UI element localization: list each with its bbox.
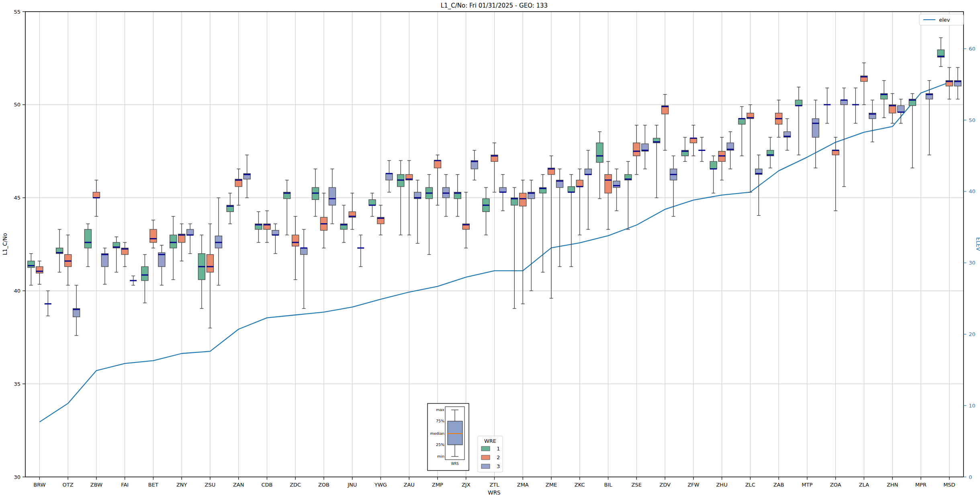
iqr-box [898,106,904,112]
inset-box [448,421,462,445]
iqr-box [499,187,506,192]
box-ZHU-wre2 [718,137,725,180]
x-tick-label: ZJX [462,482,471,488]
box-MPR-wre3 [926,81,933,155]
box-CDB-wre3 [272,224,279,254]
x-tick-label: ZOB [318,482,329,488]
box-ZOB-wre3 [329,169,336,224]
iqr-box [434,161,441,168]
iqr-box [576,180,583,187]
x-tick-label: ZMP [432,482,443,488]
box-ZME-wre3 [556,169,563,267]
elev-legend-label: elev [939,17,950,23]
box-ZDC-wre2 [292,216,299,280]
x-tick-label: ZBW [90,482,102,488]
inset-label-min: min [437,454,444,458]
box-ZHN-wre1 [881,81,888,118]
iqr-box [690,138,697,143]
box-ZMA-wre3 [528,180,535,291]
box-ZDV-wre2 [662,94,669,150]
box-ZOA-wre2 [832,137,839,211]
x-tick-label: ZLA [859,482,869,488]
box-ZME-wre1 [540,175,546,272]
left-tick-label: 35 [14,381,20,387]
box-MTP-wre1 [795,87,802,155]
iqr-box [272,230,279,235]
box-OTZ-wre1 [56,229,63,272]
box-ZOA-wre1 [824,88,831,123]
box-MTP-wre3 [812,100,819,168]
box-ZSE-wre1 [625,161,632,229]
inset-label-75: 75% [436,419,444,423]
iqr-box [187,229,194,235]
box-ZSU-wre1 [198,235,205,308]
box-ZLC-wre3 [755,155,762,216]
left-tick-label: 55 [14,9,20,15]
wre-legend-label-2: 2 [497,454,500,460]
box-ZFW-wre1 [681,137,688,161]
iqr-box [585,169,591,175]
box-JNU-wre1 [340,205,347,242]
box-BIL-wre3 [613,169,620,211]
box-ZMP-wre1 [426,175,432,255]
box-BRW-wre3 [45,291,51,316]
iqr-box [710,161,717,169]
box-ZOB-wre1 [312,169,319,216]
x-tick-label: ZAN [233,482,244,488]
box-ZKC-wre2 [576,169,583,235]
right-axis-label: ELEV [975,237,980,251]
iqr-box [605,175,612,193]
box-ZDC-wre1 [284,180,291,235]
box-ZAB-wre2 [775,100,782,137]
box-FAI-wre2 [121,242,128,267]
box-ZMP-wre3 [442,175,449,216]
x-tick-label: ZFW [687,482,699,488]
wre-legend-swatch-2 [481,455,490,460]
wre-legend-title: WRE [484,438,496,444]
iqr-box [369,200,376,205]
box-ZSE-wre3 [642,125,649,169]
iqr-box [520,193,526,206]
x-tick-label: ZOA [830,482,841,488]
x-tick-label: ZDV [659,482,671,488]
box-ZNY-wre1 [170,216,177,280]
elev-legend: elev [919,14,964,25]
box-ZLA-wre1 [852,88,859,123]
box-ZME-wre2 [548,156,555,298]
box-MSD-wre2 [946,67,953,99]
x-tick-label: MTP [802,482,812,488]
box-ZLC-wre2 [747,105,754,192]
x-tick-label: ZNY [176,482,187,488]
box-ZTL-wre3 [499,175,506,211]
x-tick-label: OTZ [63,482,74,488]
box-ZTL-wre1 [483,187,489,235]
x-tick-label: BRW [33,482,45,488]
right-tick-label: 30 [969,260,976,266]
iqr-box [841,100,847,105]
box-BRW-wre2 [36,261,43,284]
iqr-box [739,119,745,124]
box-ZAB-wre1 [767,137,774,168]
iqr-box [613,181,620,187]
box-ZBW-wre3 [101,248,108,284]
left-tick-label: 30 [14,474,20,480]
box-ZLA-wre3 [869,100,876,142]
wre-legend-label-1: 1 [497,446,500,452]
iqr-box [596,143,603,163]
x-tick-label: BET [148,482,158,488]
box-ZHN-wre2 [889,94,896,123]
box-FAI-wre3 [130,276,137,285]
box-CDB-wre1 [255,212,262,242]
box-ZLA-wre2 [861,63,867,104]
x-tick-label: ZKC [575,482,585,488]
iqr-box [795,100,802,106]
iqr-box [36,267,43,273]
x-tick-label: CDB [261,482,272,488]
box-ZLC-wre1 [739,106,745,156]
x-tick-label: MSD [943,482,955,488]
box-MSD-wre3 [954,67,961,99]
x-tick-label: ZHN [887,482,898,488]
box-OTZ-wre2 [65,235,72,285]
box-ZJX-wre3 [471,150,478,180]
box-ZMA-wre1 [511,187,518,308]
